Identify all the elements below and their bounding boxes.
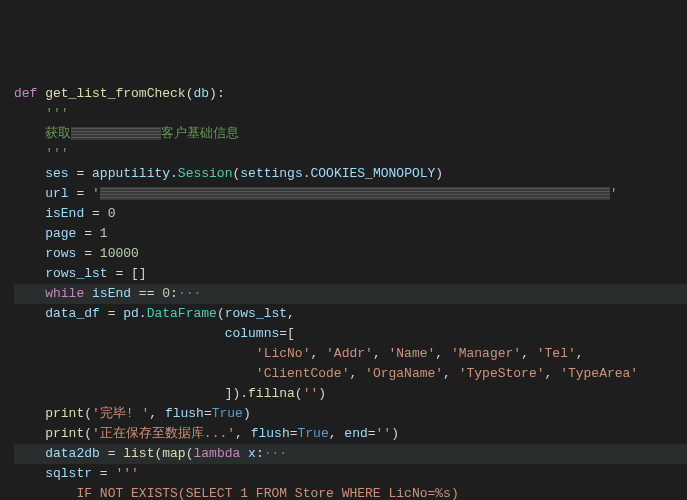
code-editor[interactable]: def get_list_fromCheck(db): ''' 获取客户基础信息… <box>14 84 687 500</box>
line-sql1: IF NOT EXISTS(SELECT 1 FROM Store WHERE … <box>14 484 687 500</box>
line-sqlstr: sqlstr = ''' <box>14 464 687 484</box>
line-datadf: data_df = pd.DataFrame(rows_lst, <box>14 304 687 324</box>
line-docstring-close: ''' <box>14 144 687 164</box>
line-docstring-open: ''' <box>14 104 687 124</box>
line-cols2: 'ClientCode', 'OrgaName', 'TypeStore', '… <box>14 364 687 384</box>
line-while: while isEnd == 0:··· <box>14 284 687 304</box>
line-docstring-text: 获取客户基础信息 <box>14 124 687 144</box>
line-ses: ses = apputility.Session(settings.COOKIE… <box>14 164 687 184</box>
line-fillna: ]).fillna('') <box>14 384 687 404</box>
line-print2: print('正在保存至数据库...', flush=True, end='') <box>14 424 687 444</box>
fold-indicator[interactable]: ··· <box>264 446 287 461</box>
line-page: page = 1 <box>14 224 687 244</box>
redacted-region <box>100 187 610 200</box>
line-isend: isEnd = 0 <box>14 204 687 224</box>
line-cols1: 'LicNo', 'Addr', 'Name', 'Manager', 'Tel… <box>14 344 687 364</box>
line-columns: columns=[ <box>14 324 687 344</box>
line-print1: print('完毕! ', flush=True) <box>14 404 687 424</box>
line-rowslst: rows_lst = [] <box>14 264 687 284</box>
redacted-region <box>71 127 161 140</box>
fold-indicator[interactable]: ··· <box>178 286 201 301</box>
line-rows: rows = 10000 <box>14 244 687 264</box>
line-url: url = '' <box>14 184 687 204</box>
line-data2db: data2db = list(map(lambda x:··· <box>14 444 687 464</box>
line-def: def get_list_fromCheck(db): <box>14 84 687 104</box>
